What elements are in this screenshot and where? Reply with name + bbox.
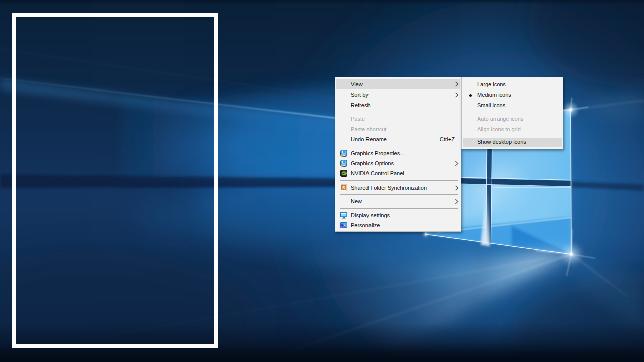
svg-text:S: S [342, 185, 345, 190]
